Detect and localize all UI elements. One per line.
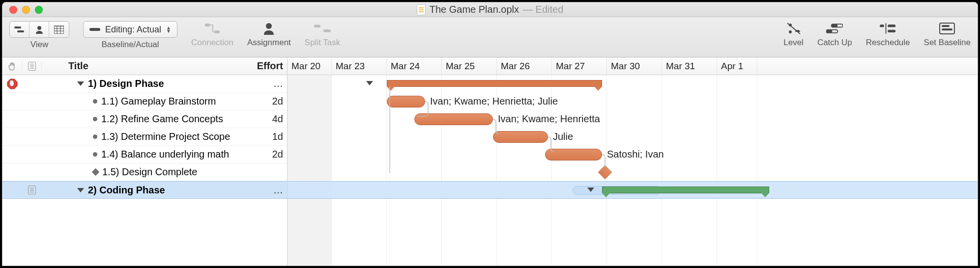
task-title-cell[interactable]: 1.3) Determine Project Scope: [42, 131, 248, 142]
disclosure-triangle-icon[interactable]: [77, 81, 84, 86]
gantt-row[interactable]: Ivan; Kwame; Henrietta: [288, 110, 978, 128]
baseline-label: Baseline/Actual: [101, 40, 159, 50]
task-title: 1.4) Balance underlying math: [101, 149, 229, 160]
split-group: Split Task: [305, 21, 340, 48]
gantt-summary-bar[interactable]: [602, 187, 769, 193]
connection-group: Connection: [191, 21, 233, 48]
date-header-cell[interactable]: Mar 23: [332, 57, 387, 75]
task-title-cell[interactable]: 1.2) Refine Game Concepts: [42, 113, 248, 125]
task-row[interactable]: 2) Coding Phase…: [2, 181, 287, 199]
assignment-button[interactable]: [260, 21, 277, 36]
traffic-lights: [2, 6, 43, 14]
disclosure-triangle-icon[interactable]: [77, 188, 84, 192]
task-title-cell[interactable]: 1.4) Balance underlying math: [42, 149, 248, 160]
task-row[interactable]: 1.4) Balance underlying math2d: [2, 146, 287, 163]
body-area: 1) Design Phase…1.1) Gameplay Brainstorm…: [2, 75, 978, 266]
svg-rect-0: [14, 27, 21, 28]
stepper-icon: ▲▼: [166, 26, 171, 33]
assignment-label: Assignment: [247, 38, 291, 48]
task-title-cell[interactable]: 1) Design Phase: [42, 78, 248, 89]
note-cell: [22, 186, 42, 194]
document-icon: [417, 4, 426, 15]
set-baseline-button[interactable]: [939, 21, 955, 36]
view-resource-icon[interactable]: [29, 22, 49, 37]
window-title-status: — Edited: [523, 4, 563, 15]
gantt-chart[interactable]: Ivan; Kwame; Henrietta; JulieIvan; Kwame…: [288, 75, 978, 266]
gantt-summary-bar[interactable]: [387, 80, 602, 87]
gantt-task-bar[interactable]: [545, 149, 602, 161]
task-title-cell[interactable]: 1.5) Design Complete: [42, 166, 248, 178]
view-calendar-icon[interactable]: [49, 22, 69, 37]
catchup-label: Catch Up: [817, 38, 852, 48]
gantt-row[interactable]: [288, 163, 978, 181]
note-icon[interactable]: [28, 186, 36, 194]
gantt-task-bar[interactable]: [387, 96, 425, 107]
date-header-cell[interactable]: Mar 27: [552, 57, 607, 75]
effort-cell[interactable]: 2d: [248, 96, 287, 107]
gantt-milestone[interactable]: [598, 165, 612, 179]
task-row[interactable]: 1.2) Refine Game Concepts4d: [2, 110, 287, 128]
baseline-mode-text: Editing: Actual: [105, 25, 161, 35]
effort-cell[interactable]: …: [248, 78, 287, 89]
svg-rect-18: [832, 24, 838, 27]
gantt-rows: Ivan; Kwame; Henrietta; JulieIvan; Kwame…: [288, 75, 978, 266]
zoom-window-button[interactable]: [35, 6, 43, 14]
minimize-window-button[interactable]: [22, 6, 30, 14]
svg-rect-3: [54, 26, 64, 34]
disclosure-triangle-icon[interactable]: [366, 81, 373, 85]
baseline-actual-dropdown[interactable]: Editing: Actual ▲▼: [83, 21, 177, 38]
date-header-cell[interactable]: Mar 20: [288, 57, 332, 75]
close-window-button[interactable]: [9, 6, 17, 14]
date-header-cell[interactable]: Mar 24: [387, 57, 442, 75]
date-header-cell[interactable]: Mar 31: [662, 57, 717, 75]
disclosure-triangle-icon[interactable]: [587, 188, 594, 192]
reschedule-button[interactable]: [880, 21, 896, 36]
gantt-row[interactable]: Julie: [288, 128, 978, 146]
connection-button[interactable]: [204, 21, 221, 36]
stop-icon: [7, 79, 18, 89]
svg-rect-1: [17, 30, 24, 32]
task-title-cell[interactable]: 1.1) Gameplay Brainstorm: [42, 96, 248, 107]
date-header-cell[interactable]: Mar 26: [497, 57, 552, 75]
date-header-cell[interactable]: Apr 1: [717, 57, 757, 75]
gantt-row[interactable]: [288, 181, 978, 199]
task-title: 1.3) Determine Project Scope: [101, 131, 230, 142]
level-button[interactable]: [785, 21, 802, 36]
level-group: Level: [783, 21, 804, 48]
split-label: Split Task: [305, 38, 340, 48]
gantt-task-bar[interactable]: [414, 113, 493, 125]
task-title-cell[interactable]: 2) Coding Phase: [42, 185, 248, 196]
task-bullet-icon: [93, 99, 97, 104]
task-row[interactable]: 1.3) Determine Project Scope1d: [2, 128, 287, 146]
date-header-cell[interactable]: Mar 25: [442, 57, 497, 75]
reschedule-group: Reschedule: [866, 21, 910, 48]
effort-cell[interactable]: 4d: [248, 113, 287, 125]
svg-rect-23: [888, 25, 895, 27]
task-row[interactable]: 1.1) Gameplay Brainstorm2d: [2, 93, 287, 110]
effort-column-header[interactable]: Effort: [248, 60, 287, 72]
date-header-cell[interactable]: Mar 30: [607, 57, 662, 75]
svg-rect-26: [942, 25, 950, 27]
effort-cell[interactable]: …: [248, 185, 287, 196]
effort-cell[interactable]: 1d: [248, 131, 287, 142]
task-row[interactable]: 1.5) Design Complete: [2, 163, 287, 181]
catch-up-button[interactable]: [826, 21, 843, 36]
svg-point-11: [266, 23, 272, 29]
view-mode-segmented[interactable]: [9, 21, 69, 38]
view-group: View: [9, 21, 69, 50]
title-column-header[interactable]: Title: [42, 60, 248, 72]
split-task-button[interactable]: [314, 21, 331, 36]
task-row[interactable]: 1) Design Phase…: [2, 75, 287, 93]
window-title-filename: The Game Plan.oplx: [430, 4, 519, 15]
task-bullet-icon: [93, 134, 97, 139]
view-gantt-icon[interactable]: [10, 22, 29, 37]
timeline-header[interactable]: Mar 20Mar 23Mar 24Mar 25Mar 26Mar 27Mar …: [288, 57, 978, 75]
gantt-row[interactable]: [288, 75, 978, 93]
effort-cell[interactable]: 2d: [248, 149, 287, 160]
gantt-row[interactable]: Ivan; Kwame; Henrietta; Julie: [288, 93, 978, 110]
hand-icon: [8, 62, 17, 71]
gantt-task-bar[interactable]: [493, 131, 548, 143]
violation-column-header[interactable]: [2, 62, 22, 71]
gantt-row[interactable]: Satoshi; Ivan: [288, 146, 978, 163]
note-column-header[interactable]: [22, 62, 42, 71]
